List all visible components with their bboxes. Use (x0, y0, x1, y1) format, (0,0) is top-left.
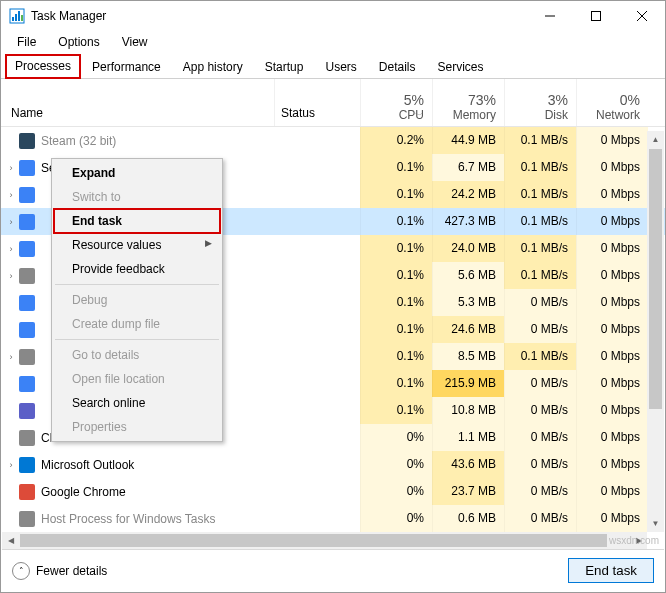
process-icon (19, 214, 35, 230)
disk-cell: 0.1 MB/s (504, 127, 576, 154)
context-menu: Expand Switch to End task Resource value… (51, 158, 223, 442)
maximize-button[interactable] (573, 1, 619, 31)
menu-view[interactable]: View (112, 33, 158, 51)
expand-icon[interactable]: › (1, 271, 15, 281)
network-cell: 0 Mbps (576, 343, 648, 370)
svg-rect-3 (18, 11, 20, 21)
scroll-left-icon[interactable]: ◀ (2, 532, 19, 549)
process-icon (19, 376, 35, 392)
app-icon (9, 8, 25, 24)
expand-icon[interactable]: › (1, 244, 15, 254)
disk-cell: 0.1 MB/s (504, 343, 576, 370)
scroll-thumb[interactable] (649, 149, 662, 409)
ctx-end-task[interactable]: End task (54, 209, 220, 233)
vertical-scrollbar[interactable]: ▲ ▼ (647, 131, 664, 532)
ctx-create-dump[interactable]: Create dump file (54, 312, 220, 336)
tab-bar: Processes Performance App history Startu… (1, 53, 665, 79)
process-row[interactable]: Host Process for Windows Tasks0%0.6 MB0 … (1, 505, 665, 532)
cpu-cell: 0.1% (360, 397, 432, 424)
process-icon (19, 295, 35, 311)
process-name: Steam (32 bit) (41, 134, 274, 148)
close-button[interactable] (619, 1, 665, 31)
process-icon (19, 484, 35, 500)
memory-cell: 10.8 MB (432, 397, 504, 424)
memory-cell: 24.6 MB (432, 316, 504, 343)
process-icon (19, 430, 35, 446)
cpu-cell: 0% (360, 451, 432, 478)
expand-icon[interactable]: › (1, 217, 15, 227)
submenu-arrow-icon: ▶ (205, 238, 212, 248)
cpu-cell: 0.1% (360, 181, 432, 208)
disk-cell: 0 MB/s (504, 424, 576, 451)
window-title: Task Manager (31, 9, 527, 23)
ctx-properties[interactable]: Properties (54, 415, 220, 439)
menu-file[interactable]: File (7, 33, 46, 51)
tab-startup[interactable]: Startup (254, 54, 315, 79)
disk-cell: 0.1 MB/s (504, 208, 576, 235)
expand-icon[interactable]: › (1, 163, 15, 173)
tab-details[interactable]: Details (368, 54, 427, 79)
ctx-separator (55, 339, 219, 340)
memory-cell: 215.9 MB (432, 370, 504, 397)
column-headers: Name Status ﹀ 5% CPU 73% Memory 3% Disk … (1, 79, 665, 127)
memory-cell: 24.0 MB (432, 235, 504, 262)
end-task-button[interactable]: End task (568, 558, 654, 583)
ctx-switch-to: Switch to (54, 185, 220, 209)
minimize-button[interactable] (527, 1, 573, 31)
process-icon (19, 160, 35, 176)
process-icon (19, 241, 35, 257)
tab-processes[interactable]: Processes (5, 54, 81, 79)
expand-icon[interactable]: › (1, 460, 15, 470)
scroll-down-icon[interactable]: ▼ (647, 515, 664, 532)
ctx-search-online[interactable]: Search online (54, 391, 220, 415)
menu-options[interactable]: Options (48, 33, 109, 51)
process-icon (19, 322, 35, 338)
column-memory[interactable]: 73% Memory (432, 79, 504, 126)
ctx-open-file-location[interactable]: Open file location (54, 367, 220, 391)
network-cell: 0 Mbps (576, 127, 648, 154)
memory-cell: 23.7 MB (432, 478, 504, 505)
column-cpu[interactable]: ﹀ 5% CPU (360, 79, 432, 126)
memory-cell: 8.5 MB (432, 343, 504, 370)
cpu-cell: 0.2% (360, 127, 432, 154)
tab-performance[interactable]: Performance (81, 54, 172, 79)
process-icon (19, 349, 35, 365)
svg-rect-2 (15, 14, 17, 21)
disk-cell: 0 MB/s (504, 451, 576, 478)
expand-icon[interactable]: › (1, 190, 15, 200)
fewer-details-button[interactable]: ˄ Fewer details (12, 562, 568, 580)
cpu-cell: 0.1% (360, 289, 432, 316)
network-cell: 0 Mbps (576, 370, 648, 397)
column-name[interactable]: Name (1, 79, 274, 126)
tab-services[interactable]: Services (427, 54, 495, 79)
disk-cell: 0 MB/s (504, 478, 576, 505)
tab-app-history[interactable]: App history (172, 54, 254, 79)
watermark: wsxdn.com (609, 535, 659, 546)
ctx-expand[interactable]: Expand (54, 161, 220, 185)
ctx-go-to-details[interactable]: Go to details (54, 343, 220, 367)
process-name: Microsoft Outlook (41, 458, 274, 472)
process-icon (19, 511, 35, 527)
memory-cell: 5.3 MB (432, 289, 504, 316)
tab-users[interactable]: Users (314, 54, 367, 79)
scroll-up-icon[interactable]: ▲ (647, 131, 664, 148)
cpu-cell: 0.1% (360, 370, 432, 397)
column-status[interactable]: Status (274, 79, 360, 126)
ctx-provide-feedback[interactable]: Provide feedback (54, 257, 220, 281)
process-icon (19, 457, 35, 473)
disk-cell: 0 MB/s (504, 289, 576, 316)
disk-cell: 0 MB/s (504, 397, 576, 424)
column-disk[interactable]: 3% Disk (504, 79, 576, 126)
memory-cell: 44.9 MB (432, 127, 504, 154)
process-row[interactable]: ›Microsoft Outlook0%43.6 MB0 MB/s0 Mbps (1, 451, 665, 478)
ctx-resource-values[interactable]: Resource values▶ (54, 233, 220, 257)
process-row[interactable]: Google Chrome0%23.7 MB0 MB/s0 Mbps (1, 478, 665, 505)
process-row[interactable]: Steam (32 bit)0.2%44.9 MB0.1 MB/s0 Mbps (1, 127, 665, 154)
scroll-thumb[interactable] (20, 534, 607, 547)
expand-icon[interactable]: › (1, 352, 15, 362)
column-network[interactable]: 0% Network (576, 79, 648, 126)
horizontal-scrollbar[interactable]: ◀ ▶ (2, 532, 647, 549)
network-cell: 0 Mbps (576, 262, 648, 289)
network-cell: 0 Mbps (576, 451, 648, 478)
process-name: Google Chrome (41, 485, 274, 499)
